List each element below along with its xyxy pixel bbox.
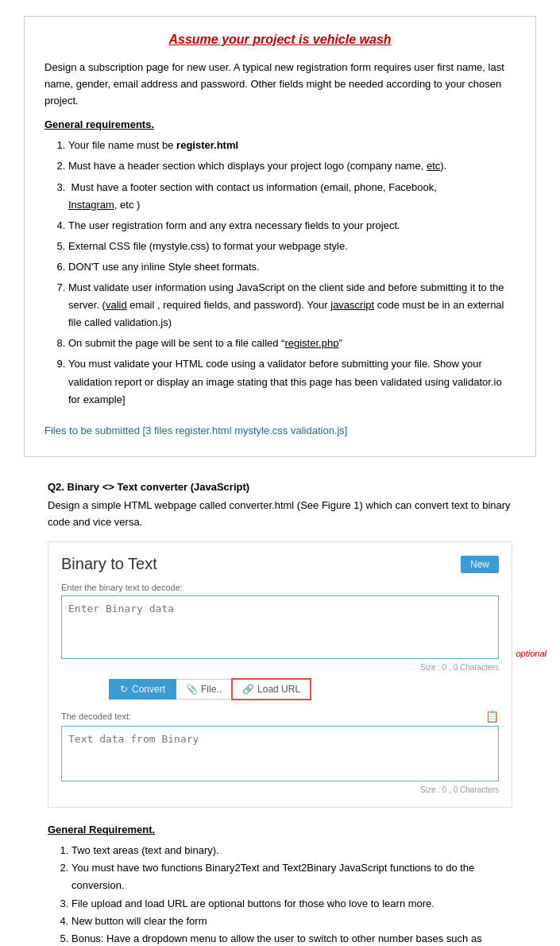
input-label: Enter the binary text to decode: bbox=[61, 583, 499, 592]
convert-button[interactable]: ↻ Convert bbox=[109, 679, 176, 700]
req-item-4: The user registration form and any extra… bbox=[68, 217, 516, 235]
q2-req-1: Two text areas (text and binary). bbox=[71, 842, 512, 859]
req-item-1: Your file name must be register.html bbox=[68, 137, 516, 154]
q2-req-5: Bonus: Have a dropdown menu to allow the… bbox=[71, 930, 512, 946]
q1-requirements-list: Your file name must be register.html Mus… bbox=[68, 137, 516, 408]
q2-req-2: You must have two functions Binary2Text … bbox=[71, 859, 512, 894]
valid-underline: valid bbox=[106, 299, 127, 311]
q2-title: Q2. Binary <> Text converter (JavaScript… bbox=[48, 481, 512, 493]
new-button[interactable]: New bbox=[461, 556, 499, 573]
url-button[interactable]: 🔗 Load URL bbox=[231, 678, 311, 700]
size-info: Size : 0 , 0 Characters optional bbox=[61, 663, 499, 672]
converter-mockup: Binary to Text New Enter the binary text… bbox=[48, 541, 512, 808]
q2-section: Q2. Binary <> Text converter (JavaScript… bbox=[24, 481, 536, 946]
converter-header: Binary to Text New bbox=[61, 555, 499, 573]
q2-requirements-list: Two text areas (text and binary). You mu… bbox=[71, 842, 512, 946]
binary-input[interactable] bbox=[61, 595, 499, 659]
req-item-7: Must validate user information using Jav… bbox=[68, 279, 516, 331]
q1-section: Assume your project is vehicle wash Desi… bbox=[24, 16, 536, 457]
instagram-link: Instagram bbox=[68, 199, 114, 211]
q2-general-req-title: General Requirement. bbox=[48, 824, 512, 836]
q2-req-4: New button will clear the form bbox=[71, 913, 512, 930]
optional-label: optional bbox=[516, 649, 546, 658]
convert-icon: ↻ bbox=[120, 684, 128, 695]
q1-files-line: Files to be submitted [3 files register.… bbox=[44, 425, 516, 436]
req-item-2-etc: etc bbox=[427, 160, 440, 172]
output-label-row: The decoded text: 📋 bbox=[61, 710, 499, 723]
url-icon: 🔗 bbox=[242, 684, 254, 695]
file-icon: 📎 bbox=[186, 684, 198, 695]
text-output[interactable] bbox=[61, 726, 499, 781]
copy-icon[interactable]: 📋 bbox=[485, 710, 499, 723]
register-php-underline: register.php bbox=[284, 337, 338, 349]
q1-description: Design a subscription page for new user.… bbox=[44, 60, 516, 109]
req-item-8: On submit the page will be sent to a fil… bbox=[68, 335, 516, 352]
converter-title: Binary to Text bbox=[61, 555, 157, 573]
req-item-1-bold: register.html bbox=[176, 139, 238, 151]
q2-req-3: File upload and load URL are optional bu… bbox=[71, 895, 512, 913]
buttons-row: ↻ Convert 📎 File.. 🔗 Load URL bbox=[61, 678, 499, 700]
q2-description: Design a simple HTML webpage called conv… bbox=[48, 498, 512, 531]
req-item-5: External CSS file (mystyle.css) to forma… bbox=[68, 238, 516, 255]
output-size-info: Size : 0 , 0 Characters bbox=[61, 785, 499, 794]
req-item-9: You must validate your HTML code using a… bbox=[68, 355, 516, 408]
req-item-6: DON'T use any inline Style sheet formats… bbox=[68, 258, 516, 276]
q1-title: Assume your project is vehicle wash bbox=[44, 33, 516, 47]
output-label: The decoded text: bbox=[61, 711, 131, 721]
general-requirements-title: General requirements. bbox=[44, 118, 516, 130]
file-button[interactable]: 📎 File.. bbox=[176, 679, 231, 700]
javascript-underline: javascript bbox=[330, 299, 374, 311]
req-item-3: Must have a footer section with contact … bbox=[68, 179, 516, 214]
req-item-2: Must have a header section which display… bbox=[68, 157, 516, 175]
